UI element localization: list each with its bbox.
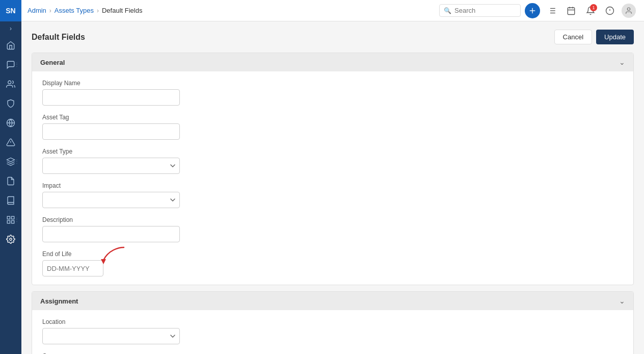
end-of-life-wrapper xyxy=(42,260,103,276)
breadcrumb-sep-2: › xyxy=(97,7,99,14)
general-chevron-icon: ⌄ xyxy=(619,58,625,66)
assignment-section: Assignment ⌄ Location Company xyxy=(32,291,634,354)
general-section-header[interactable]: General ⌄ xyxy=(32,53,633,71)
asset-type-select[interactable] xyxy=(42,158,180,174)
display-name-input[interactable] xyxy=(42,89,180,106)
impact-group: Impact xyxy=(42,182,623,208)
breadcrumb-sep-1: › xyxy=(49,7,51,14)
location-select[interactable] xyxy=(42,328,180,344)
sidebar-item-chat-section: ⋮ xyxy=(0,55,21,74)
search-input[interactable] xyxy=(454,7,516,14)
asset-type-label: Asset Type xyxy=(42,148,623,155)
sidebar-item-users[interactable] xyxy=(0,74,21,94)
sidebar-item-book[interactable] xyxy=(0,191,21,210)
sidebar-item-alert[interactable] xyxy=(0,133,21,152)
general-section-title: General xyxy=(40,59,65,66)
breadcrumb: Admin › Assets Types › Default Fields xyxy=(28,7,435,14)
cancel-button[interactable]: Cancel xyxy=(554,30,592,44)
location-group: Location xyxy=(42,318,623,344)
sidebar-item-settings[interactable] xyxy=(0,230,21,249)
general-section-body: Display Name Asset Tag Asset Type Impact… xyxy=(32,71,633,285)
sidebar-toggle[interactable]: › xyxy=(0,21,21,36)
general-section: General ⌄ Display Name Asset Tag Asset T… xyxy=(32,53,634,285)
end-of-life-input[interactable] xyxy=(42,260,103,276)
svg-point-0 xyxy=(8,81,11,84)
sidebar-section-main: ⋮ ⋮ ⋮ xyxy=(0,36,21,249)
topbar-actions: 🔍 1 xyxy=(439,3,636,18)
impact-label: Impact xyxy=(42,182,623,189)
notification-badge: 1 xyxy=(590,4,597,11)
sidebar-item-home[interactable] xyxy=(0,36,21,55)
sidebar-item-document[interactable] xyxy=(0,171,21,191)
main-area: Admin › Assets Types › Default Fields 🔍 … xyxy=(21,0,644,354)
sidebar-item-layers-section: ⋮ xyxy=(0,152,21,171)
sidebar-logo: SN xyxy=(0,0,21,21)
breadcrumb-assets-types[interactable]: Assets Types xyxy=(55,7,94,14)
page-header: Default Fields Cancel Update xyxy=(32,30,634,44)
svg-rect-7 xyxy=(12,216,14,219)
sidebar-item-globe[interactable] xyxy=(0,113,21,133)
page-title: Default Fields xyxy=(32,33,85,42)
svg-marker-5 xyxy=(7,158,15,162)
svg-point-26 xyxy=(627,8,630,10)
display-name-label: Display Name xyxy=(42,80,623,87)
topbar: Admin › Assets Types › Default Fields 🔍 … xyxy=(21,0,644,21)
sidebar-item-grid-section: ⋮ xyxy=(0,210,21,230)
avatar[interactable] xyxy=(622,4,636,18)
location-label: Location xyxy=(42,318,623,325)
search-icon: 🔍 xyxy=(444,7,451,14)
description-input[interactable] xyxy=(42,226,180,242)
calendar-button[interactable] xyxy=(564,3,579,18)
list-button[interactable] xyxy=(544,3,559,18)
asset-tag-group: Asset Tag xyxy=(42,114,623,140)
svg-rect-6 xyxy=(7,216,10,219)
sidebar-item-shield[interactable] xyxy=(0,94,21,113)
display-name-group: Display Name xyxy=(42,80,623,106)
svg-rect-8 xyxy=(12,221,14,223)
svg-point-10 xyxy=(10,238,12,241)
sidebar-dots-layers: ⋮ xyxy=(14,159,19,164)
notifications-button[interactable]: 1 xyxy=(583,3,598,18)
alerts-button[interactable] xyxy=(602,3,618,18)
sidebar: SN › ⋮ ⋮ xyxy=(0,0,21,354)
asset-type-group: Asset Type xyxy=(42,148,623,174)
end-of-life-label: End of Life xyxy=(42,250,623,258)
assignment-section-title: Assignment xyxy=(40,297,78,305)
assignment-section-body: Location Company xyxy=(32,310,633,354)
assignment-chevron-icon: ⌄ xyxy=(619,297,625,305)
svg-rect-9 xyxy=(7,221,10,223)
header-buttons: Cancel Update xyxy=(554,30,634,44)
breadcrumb-current: Default Fields xyxy=(102,7,142,14)
add-button[interactable] xyxy=(525,3,540,18)
asset-tag-label: Asset Tag xyxy=(42,114,623,121)
svg-rect-19 xyxy=(568,8,575,15)
asset-tag-input[interactable] xyxy=(42,123,180,140)
description-group: Description xyxy=(42,216,623,242)
content: Default Fields Cancel Update General ⌄ D… xyxy=(21,21,644,354)
breadcrumb-admin[interactable]: Admin xyxy=(28,7,46,14)
assignment-section-header[interactable]: Assignment ⌄ xyxy=(32,292,633,310)
description-label: Description xyxy=(42,216,623,223)
search-box[interactable]: 🔍 xyxy=(439,4,521,17)
sidebar-dots-grid: ⋮ xyxy=(14,217,19,222)
impact-select[interactable] xyxy=(42,192,180,208)
end-of-life-group: End of Life xyxy=(42,250,623,276)
sidebar-dots-chat: ⋮ xyxy=(14,62,19,67)
update-button[interactable]: Update xyxy=(596,30,634,44)
